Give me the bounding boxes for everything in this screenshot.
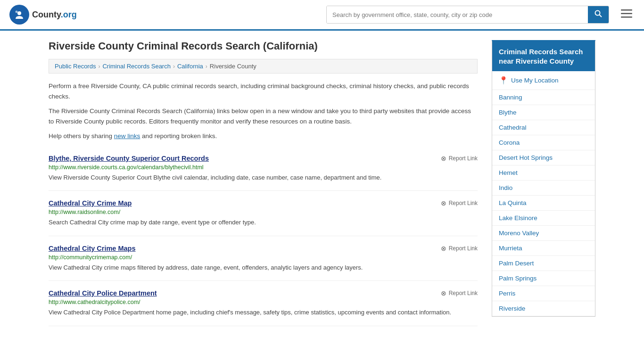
report-label-3: Report Link	[449, 290, 478, 296]
breadcrumb-sep-1: ›	[98, 63, 100, 70]
page-title: Riverside County Criminal Records Search…	[49, 40, 478, 52]
result-title-2[interactable]: Cathedral City Crime Maps	[49, 245, 136, 252]
search-bar	[326, 6, 609, 24]
site-header: County.org	[0, 0, 644, 31]
svg-point-1	[17, 11, 21, 15]
svg-rect-6	[621, 13, 632, 15]
sidebar-city-banning[interactable]: Banning	[492, 90, 595, 105]
result-desc-3: View Cathedral City Police Department ho…	[49, 308, 478, 317]
sidebar-city-la-quinta[interactable]: La Quinta	[492, 196, 595, 211]
report-link-1[interactable]: ⊗ Report Link	[441, 199, 478, 207]
result-header-1: Cathedral City Crime Map ⊗ Report Link	[49, 199, 478, 207]
report-link-2[interactable]: ⊗ Report Link	[441, 245, 478, 252]
report-icon-0: ⊗	[441, 155, 446, 162]
breadcrumb-riverside-county: Riverside County	[210, 63, 256, 70]
sidebar-use-location[interactable]: 📍 Use My Location	[492, 71, 595, 90]
svg-rect-7	[621, 16, 632, 18]
location-pin-icon: 📍	[499, 76, 508, 85]
report-label-0: Report Link	[449, 155, 478, 162]
report-icon-2: ⊗	[441, 245, 446, 252]
sidebar-city-desert-hot-springs[interactable]: Desert Hot Springs	[492, 150, 595, 165]
result-url-0[interactable]: http://www.riverside.courts.ca.gov/calen…	[49, 164, 478, 171]
report-icon-3: ⊗	[441, 289, 446, 297]
use-location-label: Use My Location	[511, 77, 559, 84]
main-content: Riverside County Criminal Records Search…	[49, 40, 478, 326]
description-para2: The Riverside County Criminal Records Se…	[49, 106, 478, 126]
logo-icon	[9, 5, 29, 25]
svg-point-2	[16, 11, 18, 13]
result-url-3[interactable]: http://www.cathedralcitypolice.com/	[49, 299, 478, 305]
breadcrumb: Public Records › Criminal Records Search…	[49, 59, 478, 74]
sidebar-city-indio[interactable]: Indio	[492, 181, 595, 196]
search-input[interactable]	[327, 6, 588, 23]
sidebar-title: Criminal Records Search near Riverside C…	[492, 41, 595, 71]
search-button[interactable]	[588, 6, 609, 23]
sidebar-city-riverside[interactable]: Riverside	[492, 301, 595, 316]
breadcrumb-public-records[interactable]: Public Records	[55, 63, 96, 70]
report-icon-1: ⊗	[441, 199, 446, 207]
result-item-3: Cathedral City Police Department ⊗ Repor…	[49, 281, 478, 326]
sidebar-box: Criminal Records Search near Riverside C…	[492, 40, 595, 317]
new-links-link[interactable]: new links	[114, 132, 140, 140]
sidebar-city-moreno-valley[interactable]: Moreno Valley	[492, 226, 595, 241]
breadcrumb-criminal-records[interactable]: Criminal Records Search	[102, 63, 171, 70]
sidebar-city-palm-desert[interactable]: Palm Desert	[492, 256, 595, 271]
report-label-2: Report Link	[449, 245, 478, 252]
menu-button[interactable]	[619, 6, 635, 23]
result-item-2: Cathedral City Crime Maps ⊗ Report Link …	[49, 236, 478, 281]
logo-text: County.org	[32, 10, 77, 20]
sidebar-city-perris[interactable]: Perris	[492, 286, 595, 301]
sidebar-city-blythe[interactable]: Blythe	[492, 105, 595, 120]
sidebar-city-cathedral[interactable]: Cathedral	[492, 120, 595, 135]
breadcrumb-california[interactable]: California	[177, 63, 203, 70]
result-desc-0: View Riverside County Superior Court Bly…	[49, 173, 478, 182]
report-link-0[interactable]: ⊗ Report Link	[441, 155, 478, 162]
sidebar-city-murrieta[interactable]: Murrieta	[492, 241, 595, 256]
result-title-1[interactable]: Cathedral City Crime Map	[49, 199, 132, 207]
svg-point-3	[595, 11, 600, 16]
sidebar-city-palm-springs[interactable]: Palm Springs	[492, 271, 595, 286]
svg-rect-5	[621, 9, 632, 11]
results-list: Blythe, Riverside County Superior Court …	[49, 146, 478, 326]
result-item-1: Cathedral City Crime Map ⊗ Report Link h…	[49, 191, 478, 236]
sidebar: Criminal Records Search near Riverside C…	[492, 40, 595, 326]
report-link-3[interactable]: ⊗ Report Link	[441, 289, 478, 297]
result-url-1[interactable]: http://www.raidsonline.com/	[49, 209, 478, 215]
sidebar-city-hemet[interactable]: Hemet	[492, 165, 595, 181]
result-header-2: Cathedral City Crime Maps ⊗ Report Link	[49, 245, 478, 252]
page-container: Riverside County Criminal Records Search…	[39, 31, 605, 336]
result-desc-2: View Cathedral City crime maps filtered …	[49, 263, 478, 272]
breadcrumb-sep-3: ›	[206, 63, 207, 70]
report-label-1: Report Link	[449, 200, 478, 206]
description-para3-prefix: Help others by sharing	[49, 132, 114, 140]
description-para1: Perform a free Riverside County, CA publ…	[49, 81, 478, 101]
breadcrumb-sep-2: ›	[173, 63, 175, 70]
sidebar-city-lake-elsinore[interactable]: Lake Elsinore	[492, 211, 595, 226]
svg-line-4	[600, 15, 602, 17]
result-header-0: Blythe, Riverside County Superior Court …	[49, 155, 478, 162]
logo-link[interactable]: County.org	[9, 5, 77, 25]
sidebar-city-corona[interactable]: Corona	[492, 135, 595, 150]
result-url-2[interactable]: http://communitycrimemap.com/	[49, 254, 478, 261]
result-title-3[interactable]: Cathedral City Police Department	[49, 289, 157, 297]
description-para3-suffix: and reporting broken links.	[140, 132, 217, 140]
result-title-0[interactable]: Blythe, Riverside County Superior Court …	[49, 155, 209, 162]
result-item-0: Blythe, Riverside County Superior Court …	[49, 146, 478, 191]
description-para3: Help others by sharing new links and rep…	[49, 131, 478, 141]
result-header-3: Cathedral City Police Department ⊗ Repor…	[49, 289, 478, 297]
result-desc-1: Search Cathedral City crime map by date …	[49, 218, 478, 227]
